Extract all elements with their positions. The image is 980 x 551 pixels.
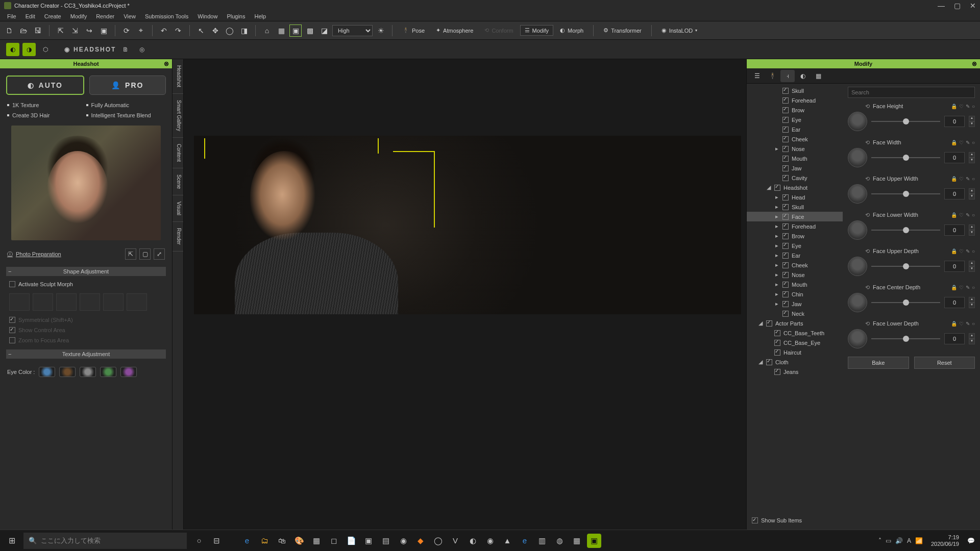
clock[interactable]: 7:192020/06/19	[927, 534, 963, 546]
app-icon[interactable]: 🎨	[292, 534, 306, 548]
tray-chevron-icon[interactable]: ˄	[878, 537, 881, 544]
spin-down[interactable]: ▼	[969, 266, 975, 272]
side-tab-headshot[interactable]: Headshot	[173, 59, 183, 94]
mod-tab-skin-icon[interactable]: ◐	[796, 70, 810, 82]
tree-item[interactable]: ▸Skull	[747, 202, 843, 212]
light-icon[interactable]: ☀	[375, 24, 387, 37]
tree-item[interactable]: ◢Cloth	[747, 357, 843, 367]
photo-prep-link[interactable]: ⓘPhoto Preparation	[7, 251, 61, 258]
menu-view[interactable]: View	[119, 12, 140, 20]
shape-adjustment-header[interactable]: −Shape Adjustment	[6, 267, 166, 276]
app-icon[interactable]: ◍	[552, 534, 567, 548]
spin-down[interactable]: ▼	[969, 339, 975, 344]
frame-sel-icon[interactable]: ▣	[289, 24, 302, 37]
headshot-mode-1-icon[interactable]: ◐	[6, 43, 19, 56]
slider-value-input[interactable]	[944, 224, 965, 236]
tree-item[interactable]: ▸Face	[747, 212, 843, 221]
tree-item[interactable]: ▸Chin	[747, 289, 843, 299]
tree-item[interactable]: ▸Eye	[747, 241, 843, 251]
spin-up[interactable]: ▲	[969, 333, 975, 339]
eye-color-swatch[interactable]	[39, 367, 55, 377]
blender-icon[interactable]: ◆	[413, 534, 428, 548]
auto-mode-button[interactable]: ◐AUTO	[6, 76, 84, 95]
slider-value-input[interactable]	[944, 333, 965, 344]
tree-item[interactable]: Cavity	[747, 173, 843, 183]
menu-file[interactable]: File	[3, 12, 20, 20]
spin-up[interactable]: ▲	[969, 261, 975, 266]
tree-item[interactable]: Eye	[747, 115, 843, 124]
mod-tab-morph-icon[interactable]: ⫞	[780, 70, 795, 82]
app-icon[interactable]: ▤	[379, 534, 393, 548]
pro-mode-button[interactable]: 👤PRO	[89, 76, 166, 95]
spin-up[interactable]: ▲	[969, 297, 975, 303]
ie-icon[interactable]: e	[518, 534, 532, 548]
scale-icon[interactable]: ◨	[238, 24, 250, 37]
slider-thumb[interactable]	[848, 112, 867, 131]
slider-track[interactable]	[871, 266, 940, 267]
redo-icon[interactable]: ↷	[172, 24, 184, 37]
store-icon[interactable]: 🛍	[275, 534, 289, 548]
spin-down[interactable]: ▼	[969, 121, 975, 127]
slider-value-input[interactable]	[944, 261, 965, 272]
close-button[interactable]: ✕	[970, 2, 976, 10]
taskview-icon[interactable]: ⊟	[209, 534, 224, 548]
slider-value-input[interactable]	[944, 188, 965, 199]
menu-submission-tools[interactable]: Submission Tools	[141, 12, 192, 20]
slider-thumb[interactable]	[848, 220, 867, 240]
save-icon[interactable]: 🖫	[32, 24, 44, 37]
minimize-button[interactable]: —	[938, 2, 945, 10]
slider-track[interactable]	[871, 157, 940, 158]
menu-create[interactable]: Create	[40, 12, 65, 20]
close-panel-icon[interactable]: ⊗	[972, 60, 977, 67]
spin-down[interactable]: ▼	[969, 194, 975, 199]
spin-up[interactable]: ▲	[969, 152, 975, 158]
mod-tab-sliders-icon[interactable]: ☰	[750, 70, 764, 82]
app-icon[interactable]: ◻	[327, 534, 341, 548]
spin-down[interactable]: ▼	[969, 230, 975, 236]
morph-tree[interactable]: SkullForeheadBrowEyeEarCheek▸NoseMouthJa…	[747, 84, 843, 510]
tree-item[interactable]: ◢Headshot	[747, 183, 843, 192]
tray-ime-icon[interactable]: A	[907, 537, 911, 544]
slider-track[interactable]	[871, 230, 940, 231]
menu-render[interactable]: Render	[92, 12, 118, 20]
app-icon[interactable]: ▦	[570, 534, 584, 548]
slider-track[interactable]	[871, 121, 940, 122]
quality-select[interactable]: High	[332, 25, 373, 36]
slider-value-input[interactable]	[944, 116, 965, 127]
camera-icon[interactable]: ▣	[97, 24, 110, 37]
spin-up[interactable]: ▲	[969, 116, 975, 121]
app-icon[interactable]: ◐	[465, 534, 480, 548]
tree-item[interactable]: Cheek	[747, 134, 843, 144]
tree-item[interactable]: Jaw	[747, 163, 843, 173]
pose-button[interactable]: 🕴Pose	[398, 25, 429, 36]
tray-sound-icon[interactable]: 🔊	[895, 537, 903, 544]
app-icon[interactable]: ▥	[535, 534, 549, 548]
morph-button[interactable]: ◐Morph	[555, 25, 588, 36]
tree-item[interactable]: CC_Base_Eye	[747, 338, 843, 347]
headshot-doc-icon[interactable]: 🗎	[119, 43, 132, 56]
menu-modify[interactable]: Modify	[66, 12, 91, 20]
photo-action-1-icon[interactable]: ⇱	[125, 248, 136, 260]
mod-tab-pose-icon[interactable]: 🕴	[765, 70, 779, 82]
slider-track[interactable]	[871, 193, 940, 194]
tree-item[interactable]: ▸Mouth	[747, 280, 843, 289]
modify-button[interactable]: ☰Modify	[520, 25, 553, 36]
app-icon[interactable]: V	[448, 534, 462, 548]
menu-help[interactable]: Help	[250, 12, 270, 20]
eye-color-swatch[interactable]	[80, 367, 96, 377]
tree-item[interactable]: ▸Nose	[747, 144, 843, 154]
taskbar-search[interactable]: 🔍ここに入力して検索	[23, 533, 187, 549]
tree-item[interactable]: ▸Nose	[747, 270, 843, 280]
tree-item[interactable]: Skull	[747, 86, 843, 95]
wireframe-icon[interactable]: ▩	[304, 24, 316, 37]
slider-thumb[interactable]	[848, 329, 867, 348]
app-icon[interactable]: 📄	[344, 534, 358, 548]
photo-action-3-icon[interactable]: ⤢	[154, 248, 165, 260]
tree-item[interactable]: ▸Forehead	[747, 221, 843, 231]
app-icon[interactable]: ▲	[500, 534, 514, 548]
viewport-3d[interactable]	[184, 59, 746, 530]
transformer-button[interactable]: ⚙Transformer	[599, 25, 646, 36]
app-icon[interactable]: ▦	[309, 534, 324, 548]
tree-item[interactable]: Brow	[747, 105, 843, 115]
home-icon[interactable]: ⌂	[261, 24, 273, 37]
